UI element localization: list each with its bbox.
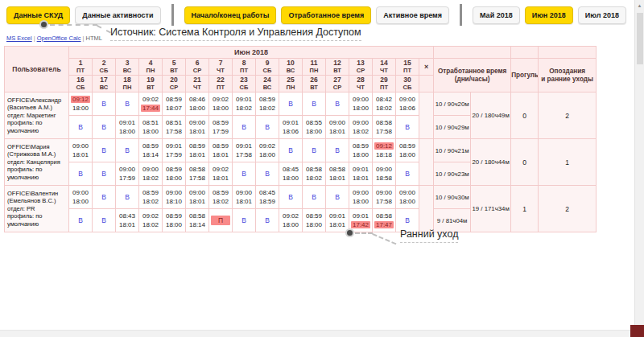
day-off-cell: В xyxy=(93,116,116,139)
attendance-cell: 09:0018:02 xyxy=(349,116,373,139)
source-callout-dash-line xyxy=(50,24,97,26)
worked-header-spacer xyxy=(434,47,511,59)
day-off-cell: В xyxy=(303,139,326,162)
entry-time: 09:01 xyxy=(349,212,372,220)
attendance-cell: 09:0118:06 xyxy=(279,116,303,139)
user-info-line: (Стрижкова М.А.) xyxy=(7,150,67,158)
day-off-cell: В xyxy=(279,92,303,116)
second-half-total-cell: 10 / 90ч23м xyxy=(434,162,471,186)
day-number: 6 xyxy=(186,60,208,67)
day-header: 4ПН xyxy=(139,59,163,76)
exit-time: 18:01 xyxy=(186,150,208,159)
entry-time: 08:58 xyxy=(373,118,395,127)
entry-time: 09:00 xyxy=(373,188,395,197)
day-number: 22 xyxy=(209,76,232,84)
attendance-cell: 08:5918:00 xyxy=(163,209,186,232)
close-column-header[interactable]: × xyxy=(419,59,434,76)
day-header: 19ВТ xyxy=(139,76,163,92)
exit-time: 18:01 xyxy=(116,220,138,229)
day-off-cell: В xyxy=(396,162,419,186)
attendance-cell: 08:5918:00 xyxy=(349,139,373,162)
tab-skud-data[interactable]: Данные СКУД xyxy=(6,6,70,24)
entry-time: 08:45 xyxy=(256,188,279,197)
absences-count-cell: 0 xyxy=(511,92,539,139)
tab-worked-time[interactable]: Отработанное время xyxy=(281,6,371,24)
early-leave-callout-dot xyxy=(347,230,353,236)
second-half-total-cell: 10 / 90ч29м xyxy=(434,116,471,139)
month-total-cell: 20 / 180ч44м xyxy=(471,139,511,186)
attendance-cell: 08:5817:47 xyxy=(373,209,396,232)
entry-time: 08:59 xyxy=(163,165,185,174)
exit-time: 18:01 xyxy=(186,127,208,136)
day-of-week: ПТ xyxy=(373,84,395,91)
entry-time: 08:59 xyxy=(209,188,232,197)
export-html-link[interactable]: HTML xyxy=(85,35,101,42)
attendance-cell: 09:0018:01 xyxy=(69,139,93,162)
close-column-spacer xyxy=(419,76,434,92)
day-header: 24ВС xyxy=(256,76,279,92)
day-of-week: СБ xyxy=(396,84,419,91)
day-off-cell: В xyxy=(93,209,116,232)
export-links: MS Excel|OpenOffice Calc|HTML xyxy=(6,35,102,42)
scroll-up-icon[interactable]: ▲ xyxy=(635,2,644,10)
export-ms-excel-link[interactable]: MS Excel xyxy=(6,35,32,42)
horizontal-scrollbar[interactable] xyxy=(0,330,634,337)
attendance-cell: 09:0218:01 xyxy=(209,162,233,186)
late-early-count-cell: 1 xyxy=(539,139,597,186)
attendance-cell: 09:0118:01 xyxy=(349,162,373,186)
day-off-cell: В xyxy=(69,209,93,232)
entry-time: 08:58 xyxy=(186,165,208,174)
entry-time: 08:58 xyxy=(303,165,325,174)
day-of-week: ПН xyxy=(116,84,138,91)
entry-time: 08:43 xyxy=(116,212,138,220)
vertical-scrollbar-thumb[interactable] xyxy=(637,13,643,64)
day-of-week: ЧТ xyxy=(373,67,395,74)
entry-time: 09:01 xyxy=(279,118,302,127)
tab-activity-data[interactable]: Данные активности xyxy=(75,6,160,24)
entry-time: 08:59 xyxy=(139,188,162,197)
exit-time: 18:02 xyxy=(139,197,162,206)
attendance-cell: 09:0218:00 xyxy=(279,209,303,232)
exit-time: 18:01 xyxy=(209,150,232,159)
day-off-cell: В xyxy=(233,209,256,232)
day-header: 30СБ xyxy=(396,76,419,92)
day-header: 10ВС xyxy=(279,59,303,76)
absence-mark: П xyxy=(211,216,230,225)
exit-time: 18:00 xyxy=(303,127,325,136)
tab-may-2018[interactable]: Май 2018 xyxy=(473,6,520,24)
attendance-cell: 09:0017:59 xyxy=(116,162,139,186)
exit-time: 18:02 xyxy=(256,104,279,113)
exit-time: 18:02 xyxy=(233,104,255,113)
tab-jul-2018[interactable]: Июл 2018 xyxy=(578,6,626,24)
absences-header-spacer xyxy=(511,47,539,59)
entry-time: 09:00 xyxy=(396,188,419,197)
tab-start-end-work[interactable]: Начало/конец работы xyxy=(184,6,277,24)
entry-time: 08:59 xyxy=(396,142,419,150)
day-header: 8ПТ xyxy=(233,59,256,76)
day-of-week: СБ xyxy=(233,84,255,91)
month-total-cell: 20 / 180ч49м xyxy=(471,92,511,139)
attendance-cell: 09:0018:01 xyxy=(326,116,349,139)
attendance-cell: 08:4318:01 xyxy=(116,209,139,232)
day-number: 14 xyxy=(373,60,395,67)
first-half-total-cell: 10 / 90ч30м xyxy=(434,186,471,209)
day-header: 7ЧТ xyxy=(209,59,233,76)
attendance-cell: 09:0018:01 xyxy=(186,186,209,209)
day-number: 15 xyxy=(396,60,419,67)
day-header: 29ПТ xyxy=(373,76,396,92)
user-row-days-1-15: OFFICE\Александр(Васильев А.М.)отдел: Ма… xyxy=(5,92,597,116)
day-number: 25 xyxy=(279,76,302,84)
vertical-scrollbar[interactable]: ▲ xyxy=(634,0,644,337)
day-number: 21 xyxy=(186,76,208,84)
attendance-cell: 09:0218:00 xyxy=(209,92,233,116)
user-info-line: профиль: по умолчанию xyxy=(7,166,67,181)
entry-time: 09:00 xyxy=(163,188,185,197)
entry-time: 09:01 xyxy=(163,142,185,150)
tab-jun-2018[interactable]: Июн 2018 xyxy=(525,6,573,24)
entry-time: 08:42 xyxy=(373,95,395,104)
export-openoffice-calc-link[interactable]: OpenOffice Calc xyxy=(37,35,81,42)
attendance-cell: 09:0118:02 xyxy=(233,92,256,116)
attendance-cell: 08:4218:02 xyxy=(373,92,396,116)
day-off-cell: В xyxy=(116,92,139,116)
tab-active-time[interactable]: Активное время xyxy=(376,6,449,24)
